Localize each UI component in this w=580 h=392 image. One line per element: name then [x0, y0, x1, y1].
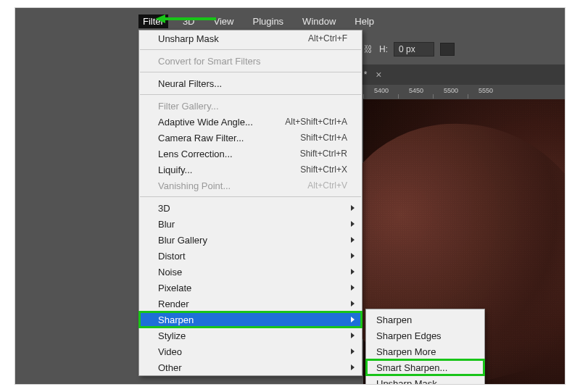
menu-item-lens-correction[interactable]: Lens Correction... Shift+Ctrl+R — [139, 146, 362, 162]
menu-item-filter-gallery: Filter Gallery... — [139, 98, 362, 114]
menu-item-render[interactable]: Render — [139, 296, 362, 312]
menu-item-label: Sharpen — [158, 314, 194, 325]
menu-item-pixelate[interactable]: Pixelate — [139, 280, 362, 296]
close-icon[interactable]: × — [373, 69, 384, 80]
menu-item-camera-raw-filter[interactable]: Camera Raw Filter... Shift+Ctrl+A — [139, 130, 362, 146]
menu-item-liquify[interactable]: Liquify... Shift+Ctrl+X — [139, 162, 362, 178]
menu-item-shortcut: Shift+Ctrl+R — [300, 149, 347, 159]
menu-item-label: Video — [158, 346, 182, 357]
menu-item-3d[interactable]: 3D — [139, 200, 362, 216]
submenu-item-smart-sharpen[interactable]: Smart Sharpen... — [366, 359, 484, 375]
submenu-item-unsharp-mask[interactable]: Unsharp Mask... — [366, 375, 484, 385]
document-tab[interactable]: /16*) * × — [333, 64, 565, 85]
menu-item-distort[interactable]: Distort — [139, 248, 362, 264]
submenu-arrow-icon — [351, 349, 355, 354]
menu-item-blur-gallery[interactable]: Blur Gallery — [139, 232, 362, 248]
submenu-arrow-icon — [351, 269, 355, 275]
submenu-item-label: Sharpen — [376, 314, 412, 325]
menubar-item-3d[interactable]: 3D — [178, 14, 199, 28]
menubar-item-help[interactable]: Help — [350, 14, 378, 28]
submenu-item-label: Unsharp Mask... — [376, 378, 445, 385]
options-bar: ⛓ H: 0 px — [363, 38, 565, 60]
menu-separator — [140, 196, 361, 197]
ruler-tick: 5550 — [468, 87, 503, 94]
menu-item-blur[interactable]: Blur — [139, 216, 362, 232]
menu-item-label: Lens Correction... — [158, 149, 233, 159]
menu-item-label: 3D — [158, 203, 170, 214]
menu-item-shortcut: Shift+Ctrl+A — [300, 133, 347, 143]
menu-item-shortcut: Alt+Ctrl+F — [308, 33, 347, 43]
submenu-item-label: Smart Sharpen... — [376, 362, 447, 373]
menu-item-other[interactable]: Other — [139, 359, 362, 375]
color-swatch[interactable] — [440, 43, 455, 56]
menu-item-label: Vanishing Point... — [158, 180, 231, 191]
height-field[interactable]: 0 px — [394, 42, 434, 57]
menu-item-label: Liquify... — [158, 164, 192, 175]
menubar: Filter 3D View Plugins Window Help — [138, 12, 378, 30]
menu-item-stylize[interactable]: Stylize — [139, 328, 362, 343]
menubar-item-view[interactable]: View — [210, 14, 239, 28]
filter-menu: Unsharp Mask Alt+Ctrl+F Convert for Smar… — [138, 30, 362, 376]
menu-item-shortcut: Shift+Ctrl+X — [300, 164, 347, 175]
menu-item-noise[interactable]: Noise — [139, 264, 362, 280]
submenu-arrow-icon — [351, 253, 355, 259]
menu-item-shortcut: Alt+Ctrl+V — [307, 180, 347, 191]
app-window: Filter 3D View Plugins Window Help ⛓ H: … — [14, 7, 566, 385]
menu-item-label: Adaptive Wide Angle... — [158, 117, 253, 128]
submenu-arrow-icon — [351, 301, 355, 306]
sharpen-submenu: Sharpen Sharpen Edges Sharpen More Smart… — [365, 309, 485, 385]
submenu-item-label: Sharpen Edges — [376, 330, 442, 341]
menu-item-label: Noise — [158, 267, 182, 278]
menu-item-convert-smart-filters: Convert for Smart Filters — [139, 53, 362, 69]
menu-item-label: Distort — [158, 251, 186, 262]
menu-item-unsharp-mask[interactable]: Unsharp Mask Alt+Ctrl+F — [139, 30, 362, 46]
menu-item-sharpen[interactable]: Sharpen — [139, 312, 362, 328]
submenu-arrow-icon — [351, 221, 355, 227]
menu-item-label: Blur Gallery — [158, 235, 207, 246]
menu-item-label: Other — [158, 362, 182, 373]
submenu-arrow-icon — [351, 237, 355, 243]
menu-separator — [140, 94, 361, 95]
menu-item-label: Blur — [158, 219, 175, 230]
ruler-tick: 5500 — [434, 87, 468, 94]
menubar-item-plugins[interactable]: Plugins — [248, 14, 288, 28]
menu-item-label: Render — [158, 299, 189, 309]
menu-item-label: Stylize — [158, 330, 186, 341]
submenu-arrow-icon — [351, 317, 355, 322]
menu-item-label: Camera Raw Filter... — [158, 133, 244, 143]
link-icon[interactable]: ⛓ — [363, 44, 373, 54]
menu-item-label: Neural Filters... — [158, 78, 222, 89]
menu-item-label: Pixelate — [158, 283, 191, 293]
menu-item-label: Convert for Smart Filters — [158, 56, 261, 67]
submenu-arrow-icon — [351, 205, 355, 211]
ruler-tick: 5450 — [399, 87, 434, 94]
submenu-item-sharpen[interactable]: Sharpen — [366, 312, 484, 328]
height-label: H: — [379, 44, 388, 54]
menu-item-adaptive-wide-angle[interactable]: Adaptive Wide Angle... Alt+Shift+Ctrl+A — [139, 114, 362, 130]
submenu-item-sharpen-edges[interactable]: Sharpen Edges — [366, 328, 484, 343]
ruler-tick: 5400 — [364, 87, 399, 94]
submenu-item-sharpen-more[interactable]: Sharpen More — [366, 343, 484, 359]
menu-item-label: Unsharp Mask — [158, 33, 219, 44]
submenu-arrow-icon — [351, 333, 355, 338]
menubar-item-window[interactable]: Window — [298, 14, 340, 28]
submenu-item-label: Sharpen More — [376, 346, 436, 357]
menu-item-shortcut: Alt+Shift+Ctrl+A — [285, 117, 347, 127]
ruler: 5400 5450 5500 5550 — [363, 85, 565, 99]
menubar-item-filter[interactable]: Filter — [138, 14, 168, 28]
menu-item-label: Filter Gallery... — [158, 101, 219, 112]
menu-item-vanishing-point: Vanishing Point... Alt+Ctrl+V — [139, 178, 362, 193]
menu-item-video[interactable]: Video — [139, 343, 362, 359]
submenu-arrow-icon — [351, 364, 355, 370]
menu-item-neural-filters[interactable]: Neural Filters... — [139, 75, 362, 91]
menu-separator — [140, 72, 361, 72]
menu-separator — [140, 49, 361, 50]
submenu-arrow-icon — [351, 285, 355, 291]
